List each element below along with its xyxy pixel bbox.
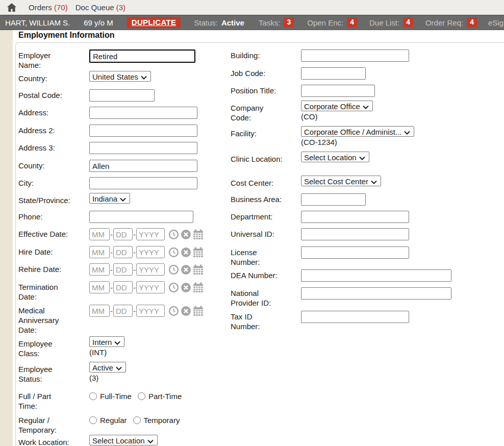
temporary-radio[interactable]: Temporary (133, 416, 180, 425)
home-icon[interactable] (6, 2, 17, 13)
tax-id-number-input[interactable] (301, 311, 409, 323)
city-input[interactable] (89, 177, 197, 189)
chevron-down-icon (116, 366, 122, 370)
dea-number-input[interactable] (301, 269, 451, 282)
county-input[interactable] (89, 160, 197, 172)
address3-input[interactable] (89, 142, 197, 154)
clear-icon[interactable] (181, 282, 191, 293)
calendar-icon[interactable] (193, 306, 204, 316)
employee-class-select[interactable]: Intern (89, 336, 124, 347)
license-number-row: License Number: (231, 246, 501, 269)
department-input[interactable] (301, 211, 409, 223)
order-req-badge[interactable]: 4 (467, 17, 477, 28)
company-code-select[interactable]: Corporate Office (301, 101, 373, 111)
termination-date-dd-input[interactable] (113, 281, 133, 293)
cost-center-select[interactable]: Select Cost Center (301, 176, 381, 186)
field-label: Universal ID: (231, 228, 284, 239)
employee-status-row: Employee Status: Active (3) (18, 363, 222, 390)
clinic-location-row: Clinic Location: Select Location (231, 153, 501, 177)
medical-anniversary-yyyy-input[interactable] (136, 305, 165, 317)
clock-icon[interactable] (168, 229, 179, 240)
clock-icon[interactable] (168, 282, 179, 293)
medical-anniversary-mm-input[interactable] (89, 305, 110, 317)
national-provider-id-input[interactable] (301, 287, 451, 300)
state-province-select[interactable]: Indiana (89, 193, 130, 204)
effective-date-mm-input[interactable] (89, 228, 110, 240)
phone-input[interactable] (89, 211, 193, 223)
address-input[interactable] (89, 107, 197, 119)
duplicate-button[interactable]: DUPLICATE (127, 17, 181, 28)
hire-date-dd-input[interactable] (113, 246, 133, 258)
national-provider-id-row: National Provider ID: (231, 287, 501, 311)
tasks-badge[interactable]: 3 (284, 17, 294, 28)
radio-icon[interactable] (89, 392, 97, 400)
license-number-input[interactable] (301, 246, 409, 259)
clear-icon[interactable] (181, 247, 191, 258)
termination-date-mm-input[interactable] (89, 281, 110, 293)
cost-center-row: Cost Center: Select Cost Center (231, 177, 501, 193)
field-label: County: (18, 160, 71, 170)
calendar-icon[interactable] (193, 247, 204, 258)
postal-code-input[interactable] (89, 89, 155, 102)
clear-icon[interactable] (181, 264, 191, 275)
section-title: Employment Information (18, 31, 114, 40)
facility-select[interactable]: Corporate Office / Administ... (301, 126, 414, 137)
top-nav-bar: Orders (70) Doc Queue (3) (0, 0, 504, 15)
due-list-group: Due List: 4 (369, 17, 413, 28)
facility-code: (CO-1234) (301, 138, 414, 146)
full-time-radio[interactable]: Full-Time (89, 392, 132, 401)
chevron-down-icon (363, 105, 369, 109)
field-label: City: (18, 177, 71, 188)
calendar-icon[interactable] (193, 264, 204, 275)
calendar-icon[interactable] (193, 282, 204, 293)
universal-id-input[interactable] (301, 228, 409, 240)
medical-anniversary-dd-input[interactable] (113, 305, 133, 317)
open-enc-badge[interactable]: 4 (347, 17, 357, 28)
field-label: Address 3: (18, 142, 71, 153)
hire-date-mm-input[interactable] (89, 246, 110, 258)
city-row: City: (18, 177, 222, 194)
work-location-select[interactable]: Select Location (89, 435, 158, 445)
position-title-input[interactable] (301, 85, 375, 97)
full-part-time-row: Full / Part Time: Full-Time Part-Time (18, 390, 222, 414)
employer-name-input[interactable] (89, 49, 195, 63)
effective-date-dd-input[interactable] (113, 228, 133, 240)
nav-doc-queue[interactable]: Doc Queue (3) (75, 3, 125, 12)
address2-input[interactable] (89, 125, 197, 137)
field-label: Tax ID Number: (231, 311, 284, 331)
employee-status-select[interactable]: Active (89, 362, 126, 373)
calendar-icon[interactable] (193, 229, 204, 240)
rehire-date-mm-input[interactable] (89, 263, 110, 276)
clock-icon[interactable] (168, 306, 179, 316)
termination-date-yyyy-input[interactable] (136, 281, 165, 293)
country-select[interactable]: United States (89, 71, 151, 82)
field-label: National Provider ID: (231, 287, 284, 308)
regular-radio[interactable]: Regular (89, 416, 127, 425)
clock-icon[interactable] (168, 247, 179, 258)
clear-icon[interactable] (181, 229, 191, 240)
tax-id-number-row: Tax ID Number: (231, 311, 501, 331)
chevron-down-icon (120, 197, 126, 202)
radio-icon[interactable] (89, 416, 97, 424)
chevron-down-icon (147, 439, 154, 443)
rehire-date-yyyy-input[interactable] (136, 263, 165, 276)
job-code-input[interactable] (301, 67, 366, 80)
clear-icon[interactable] (181, 306, 191, 316)
part-time-radio[interactable]: Part-Time (138, 392, 182, 401)
radio-icon[interactable] (138, 392, 145, 400)
building-input[interactable] (301, 49, 409, 62)
nav-orders[interactable]: Orders (70) (29, 3, 68, 12)
clock-icon[interactable] (168, 264, 179, 275)
field-label: Termination Date: (18, 281, 71, 302)
due-list-badge[interactable]: 4 (403, 17, 413, 28)
radio-icon[interactable] (133, 416, 141, 424)
rehire-date-dd-input[interactable] (113, 263, 133, 276)
field-label: Regular / Temporary: (18, 414, 71, 435)
effective-date-yyyy-input[interactable] (136, 228, 165, 240)
business-area-input[interactable] (301, 193, 366, 206)
hire-date-yyyy-input[interactable] (136, 246, 165, 258)
field-label: Clinic Location: (231, 153, 284, 164)
status-group: Status: Active (194, 18, 244, 27)
field-label: Department: (231, 211, 284, 221)
clinic-location-select[interactable]: Select Location (301, 152, 369, 162)
